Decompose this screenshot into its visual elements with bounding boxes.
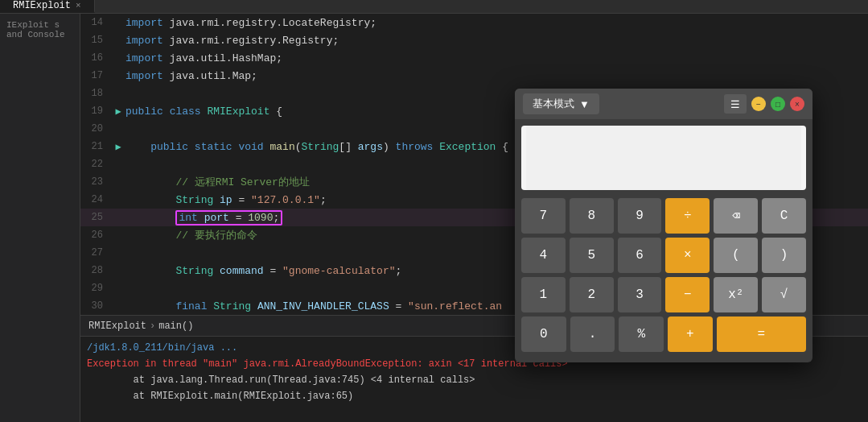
line-arrow — [111, 176, 125, 188]
window-close-button[interactable]: × — [790, 97, 804, 111]
line-arrow — [111, 35, 125, 46]
line-number: 23 — [80, 176, 111, 188]
line-arrow — [111, 212, 125, 223]
ide-container: RMIExploit × IExploit s and Console 14 i… — [0, 0, 868, 422]
code-line-15: 15 import java.rmi.registry.Registry; — [80, 31, 868, 49]
line-arrow: ▶ — [111, 106, 125, 118]
calc-btn-open-paren[interactable]: ( — [714, 238, 758, 273]
tab-close-icon[interactable]: × — [76, 1, 81, 10]
line-number: 27 — [80, 247, 111, 259]
calc-display — [521, 126, 806, 190]
line-arrow — [111, 70, 125, 81]
calc-btn-9[interactable]: 9 — [618, 198, 662, 234]
code-line-14: 14 import java.rmi.registry.LocateRegist… — [80, 14, 868, 31]
line-arrow — [111, 88, 125, 99]
breadcrumb-class: RMIExploit — [88, 321, 146, 332]
calc-btn-5[interactable]: 5 — [570, 238, 614, 273]
line-number: 22 — [80, 159, 111, 170]
calc-btn-decimal[interactable]: . — [570, 316, 615, 352]
calc-row-4: 0 . % + = — [521, 316, 806, 352]
line-number: 30 — [80, 300, 111, 312]
line-number: 14 — [80, 17, 111, 28]
line-number: 26 — [80, 230, 111, 241]
calc-btn-add[interactable]: + — [668, 316, 713, 352]
line-arrow — [111, 159, 125, 170]
calc-btn-percent[interactable]: % — [619, 316, 664, 352]
code-line-16: 16 import java.util.HashMap; — [80, 49, 868, 67]
calc-btn-0[interactable]: 0 — [521, 316, 566, 352]
line-arrow — [111, 265, 125, 276]
line-number: 16 — [80, 52, 111, 64]
calc-btn-square[interactable]: x² — [714, 277, 758, 312]
line-arrow — [111, 300, 125, 312]
calc-row-2: 4 5 6 × ( ) — [521, 238, 806, 273]
calc-mode-label: 基本模式 — [533, 97, 574, 111]
line-number: 18 — [80, 88, 111, 99]
calc-row-1: 7 8 9 ÷ ⌫ C — [521, 198, 806, 234]
calc-btn-3[interactable]: 3 — [618, 277, 662, 312]
line-number: 28 — [80, 265, 111, 276]
calc-btn-4[interactable]: 4 — [521, 238, 566, 273]
calc-btn-8[interactable]: 8 — [570, 198, 614, 234]
calc-btn-2[interactable]: 2 — [570, 277, 614, 312]
breadcrumb-method: main() — [158, 321, 193, 332]
line-content: import java.rmi.registry.LocateRegistry; — [125, 17, 868, 29]
calc-btn-clear[interactable]: C — [762, 198, 806, 234]
line-arrow — [111, 230, 125, 241]
line-number: 17 — [80, 70, 111, 81]
calc-btn-1[interactable]: 1 — [521, 277, 566, 312]
line-number: 15 — [80, 35, 111, 46]
line-number: 21 — [80, 141, 111, 152]
calc-btn-close-paren[interactable]: ) — [762, 238, 806, 273]
line-arrow — [111, 52, 125, 64]
calc-buttons: 7 8 9 ÷ ⌫ C 4 5 6 × ( ) 1 2 3 − — [515, 195, 812, 362]
calc-title-right: ☰ − □ × — [724, 94, 804, 114]
console-line-3: at java.lang.Thread.run(Thread.java:745)… — [87, 372, 862, 388]
chevron-down-icon: ▼ — [579, 98, 590, 110]
calc-btn-subtract[interactable]: − — [665, 277, 710, 312]
line-number: 24 — [80, 194, 111, 205]
calc-titlebar: 基本模式 ▼ ☰ − □ × — [515, 89, 812, 119]
calc-title-left: 基本模式 ▼ — [523, 93, 599, 114]
console-line-4: at RMIExploit.main(RMIExploit.java:65) — [87, 388, 862, 404]
line-arrow — [111, 283, 125, 294]
line-content: import java.rmi.registry.Registry; — [125, 35, 868, 47]
menu-icon[interactable]: ☰ — [724, 94, 747, 114]
code-line-17: 17 import java.util.Map; — [80, 67, 868, 85]
window-maximize-button[interactable]: □ — [771, 97, 785, 111]
calc-btn-6[interactable]: 6 — [618, 238, 662, 273]
tab-label: RMIExploit — [13, 0, 71, 11]
line-arrow — [111, 247, 125, 259]
line-number: 29 — [80, 283, 111, 294]
line-arrow — [111, 17, 125, 28]
line-arrow — [111, 123, 125, 134]
window-minimize-button[interactable]: − — [751, 97, 766, 111]
calc-btn-7[interactable]: 7 — [521, 198, 566, 234]
line-content: import java.util.HashMap; — [125, 52, 868, 64]
line-number: 19 — [80, 106, 111, 117]
calculator-window: 基本模式 ▼ ☰ − □ × 7 8 9 ÷ ⌫ C — [515, 89, 812, 362]
line-content: import java.util.Map; — [125, 70, 868, 82]
calc-btn-backspace[interactable]: ⌫ — [714, 198, 758, 234]
line-number: 20 — [80, 123, 111, 134]
calc-btn-divide[interactable]: ÷ — [665, 198, 710, 234]
line-number: 25 — [80, 212, 111, 223]
calc-row-3: 1 2 3 − x² √ — [521, 277, 806, 312]
breadcrumb-separator: › — [150, 321, 155, 332]
tab-bar: RMIExploit × — [0, 0, 868, 14]
tab-rmiexploit[interactable]: RMIExploit × — [0, 0, 95, 13]
calc-btn-equals[interactable]: = — [717, 316, 806, 352]
console-line-5 — [87, 404, 862, 420]
line-arrow: ▶ — [111, 141, 125, 153]
line-arrow — [111, 194, 125, 205]
calc-btn-multiply[interactable]: × — [665, 238, 710, 273]
calc-mode-button[interactable]: 基本模式 ▼ — [523, 93, 599, 114]
calc-btn-sqrt[interactable]: √ — [762, 277, 806, 312]
sidebar-label: IExploit s and Console — [0, 17, 80, 43]
left-sidebar: IExploit s and Console — [0, 14, 80, 422]
